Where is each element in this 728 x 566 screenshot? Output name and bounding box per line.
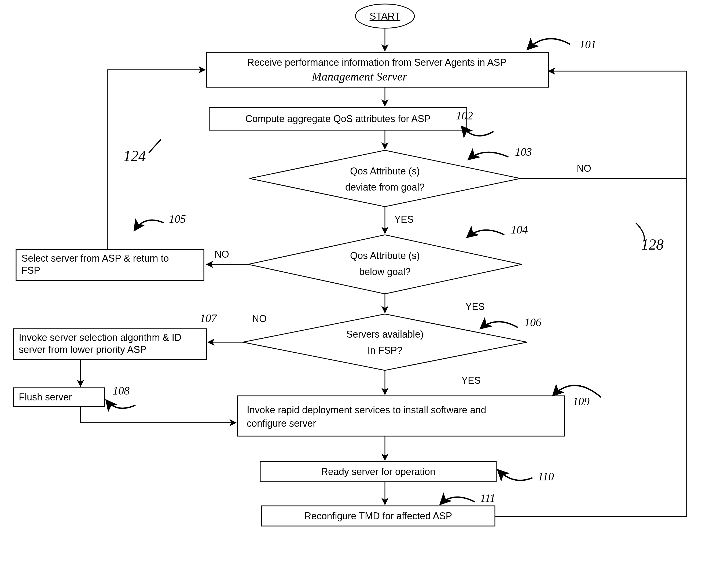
label-106-no: NO xyxy=(252,313,267,324)
flowchart: START Receive performance information fr… xyxy=(0,0,728,566)
node-102: Compute aggregate QoS attributes for ASP xyxy=(209,107,467,130)
svg-marker-6 xyxy=(249,150,520,207)
label-103-no: NO xyxy=(577,163,591,174)
svg-rect-20 xyxy=(237,396,565,436)
node-103: Qos Attribute (s) deviate from goal? xyxy=(249,150,520,207)
svg-marker-14 xyxy=(243,314,527,370)
ref-110: 110 xyxy=(538,471,554,483)
annotation-124: 124 xyxy=(123,148,146,164)
node-106-l2: In FSP? xyxy=(367,345,402,356)
node-110-text: Ready server for operation xyxy=(321,466,435,477)
start-label: START xyxy=(370,11,400,22)
label-104-yes: YES xyxy=(465,301,485,312)
node-106-l1: Servers available) xyxy=(346,329,424,340)
node-104-l1: Qos Attribute (s) xyxy=(350,250,420,261)
ref-106: 106 xyxy=(524,316,541,329)
ref-102: 102 xyxy=(456,109,473,122)
label-104-no: NO xyxy=(215,249,229,260)
node-108-text: Flush server xyxy=(19,392,72,403)
node-107: Invoke server selection algorithm & ID s… xyxy=(13,329,207,360)
ref-109: 109 xyxy=(573,395,590,408)
node-101: Receive performance information from Ser… xyxy=(207,52,549,87)
start-node: START xyxy=(355,4,414,28)
ref-108: 108 xyxy=(113,385,130,397)
ref-101: 101 xyxy=(579,38,596,51)
node-104-l2: below goal? xyxy=(359,266,411,277)
node-110: Ready server for operation xyxy=(260,462,496,482)
node-107-line2: server from lower priority ASP xyxy=(19,344,146,355)
node-108: Flush server xyxy=(13,388,105,407)
node-103-l2: deviate from goal? xyxy=(345,182,425,193)
node-111: Reconfigure TMD for affected ASP xyxy=(262,506,495,526)
node-106: Servers available) In FSP? xyxy=(243,314,527,370)
svg-marker-8 xyxy=(248,235,522,294)
node-105: Select server from ASP & return to FSP S… xyxy=(16,249,204,280)
node-101-line1: Receive performance information from Ser… xyxy=(247,57,506,68)
label-103-yes: YES xyxy=(394,214,414,225)
node-101-hand: Management Server xyxy=(311,70,407,83)
node-109: Invoke rapid deployment services to inst… xyxy=(237,396,565,436)
label-106-yes: YES xyxy=(461,375,481,386)
node-109-line2: configure server xyxy=(247,418,316,429)
node-111-text: Reconfigure TMD for affected ASP xyxy=(304,510,452,521)
node-105-line2: FSP xyxy=(21,265,40,276)
node-102-text: Compute aggregate QoS attributes for ASP xyxy=(245,113,431,124)
ref-111: 111 xyxy=(480,492,495,504)
node-104: Qos Attribute (s) below goal? xyxy=(248,235,522,294)
node-103-l1: Qos Attribute (s) xyxy=(350,165,420,176)
ref-103: 103 xyxy=(515,146,532,158)
ref-104: 104 xyxy=(511,223,528,236)
ref-105: 105 xyxy=(169,213,186,225)
node-105-line1: Select server from ASP & return to xyxy=(21,253,169,264)
ref-107: 107 xyxy=(200,312,217,325)
node-109-line1: Invoke rapid deployment services to inst… xyxy=(247,405,486,416)
node-107-line1: Invoke server selection algorithm & ID xyxy=(19,332,181,343)
